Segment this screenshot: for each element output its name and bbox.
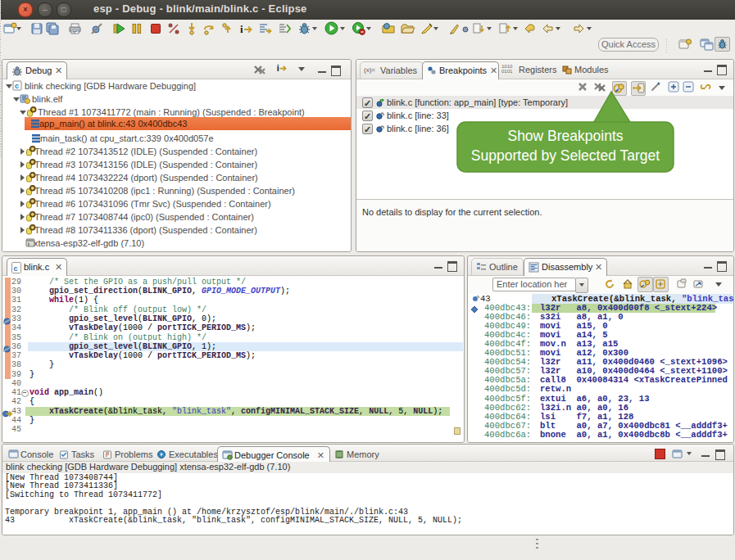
svg-text:Show Breakpoints: Show Breakpoints [507,128,623,144]
svg-text:i: i [240,23,243,35]
svg-text:c: c [14,264,18,273]
svg-text:Supported by Selected Target: Supported by Selected Target [471,147,660,164]
svg-text:c: c [15,82,19,90]
